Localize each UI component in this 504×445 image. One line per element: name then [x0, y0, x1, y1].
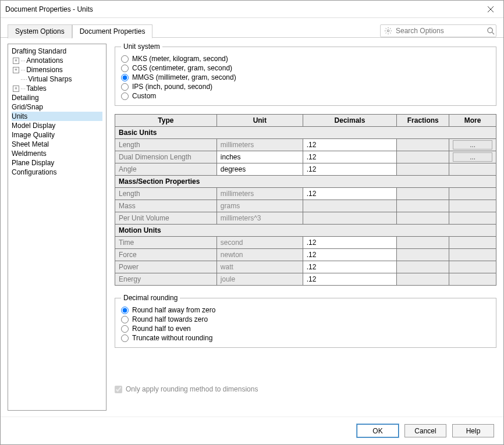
cancel-button[interactable]: Cancel — [404, 424, 446, 437]
radio-half-towards[interactable]: Round half towards zero — [121, 315, 490, 324]
table-header-row: Type Unit Decimals Fractions More — [115, 115, 496, 127]
cell-decimals[interactable]: .12 — [303, 163, 396, 176]
ok-button[interactable]: OK — [357, 424, 399, 437]
cell-decimals[interactable]: .12 — [303, 273, 396, 286]
tree-tables[interactable]: +···Tables — [12, 84, 102, 93]
close-icon — [488, 6, 494, 12]
cell-decimals[interactable]: .12 — [303, 188, 396, 200]
only-apply-input — [115, 386, 122, 393]
tree-units[interactable]: Units — [12, 112, 102, 121]
svg-line-8 — [390, 33, 391, 33]
tree-panel: Drafting Standard +···Annotations +···Di… — [8, 44, 107, 411]
section-basic-units: Basic Units — [115, 127, 496, 139]
radio-mmgs[interactable]: MMGS (millimeter, gram, second) — [121, 73, 490, 82]
tab-bar: System Options Document Properties — [8, 24, 152, 38]
th-type: Type — [115, 115, 217, 127]
radio-custom[interactable]: Custom — [121, 91, 490, 101]
search-icon — [487, 26, 495, 35]
cell-decimals[interactable]: .12 — [303, 237, 396, 249]
gear-icon — [384, 26, 392, 35]
close-button[interactable] — [477, 1, 503, 17]
svg-line-12 — [492, 32, 494, 34]
tree-label: Annotations — [26, 56, 63, 65]
search-input[interactable] — [396, 27, 483, 35]
svg-line-7 — [386, 29, 386, 29]
tree-label: Dimensions — [26, 66, 63, 74]
tree-detailing[interactable]: Detailing — [12, 93, 102, 102]
tree-grid-snap[interactable]: Grid/Snap — [12, 102, 102, 112]
svg-point-2 — [387, 30, 389, 32]
cell-unit[interactable]: degrees — [216, 163, 303, 176]
tree-virtual-sharps[interactable]: ····Virtual Sharps — [12, 74, 102, 84]
titlebar: Document Properties - Units — [1, 1, 503, 18]
th-unit: Unit — [216, 115, 303, 127]
radio-cgs[interactable]: CGS (centimeter, gram, second) — [121, 63, 490, 73]
cell-decimals[interactable]: .12 — [303, 249, 396, 261]
tree-label: Virtual Sharps — [28, 75, 72, 83]
svg-line-10 — [390, 29, 391, 29]
dialog-title: Document Properties - Units — [5, 5, 93, 13]
search-options[interactable] — [380, 24, 496, 37]
radio-half-even[interactable]: Round half to even — [121, 324, 490, 333]
row-length-mass: Length millimeters .12 — [115, 188, 496, 200]
th-fractions: Fractions — [397, 115, 449, 127]
cell-decimals[interactable]: .12 — [303, 151, 396, 163]
tab-system-options[interactable]: System Options — [8, 24, 72, 38]
only-apply-label: Only apply rounding method to dimensions — [126, 385, 258, 393]
th-more: More — [449, 115, 496, 127]
row-force: Force newton .12 — [115, 249, 496, 261]
dialog-body: Drafting Standard +···Annotations +···Di… — [1, 37, 503, 416]
dialog-footer: OK Cancel Help — [1, 416, 503, 444]
rounding-legend: Decimal rounding — [121, 294, 180, 302]
tree-model-display[interactable]: Model Display — [12, 121, 102, 130]
tree-configurations[interactable]: Configurations — [12, 168, 102, 177]
tree-annotations[interactable]: +···Annotations — [12, 56, 102, 65]
row-time: Time second .12 — [115, 237, 496, 249]
topbar: System Options Document Properties — [1, 18, 503, 38]
dialog-window: Document Properties - Units System Optio… — [0, 0, 504, 445]
tree-sheet-metal[interactable]: Sheet Metal — [12, 140, 102, 149]
th-decimals: Decimals — [303, 115, 396, 127]
tree-drafting-standard[interactable]: Drafting Standard — [12, 47, 102, 56]
radio-half-away[interactable]: Round half away from zero — [121, 305, 490, 315]
row-dual-dimension: Dual Dimension Length inches .12 ... — [115, 151, 496, 163]
tree-label: Tables — [26, 84, 47, 92]
tab-document-properties[interactable]: Document Properties — [72, 24, 153, 38]
more-button[interactable]: ... — [453, 152, 492, 162]
section-mass: Mass/Section Properties — [115, 176, 496, 188]
tree-dimensions[interactable]: +···Dimensions — [12, 65, 102, 74]
row-energy: Energy joule .12 — [115, 273, 496, 286]
decimal-rounding-group: Decimal rounding Round half away from ze… — [115, 294, 496, 348]
help-button[interactable]: Help — [452, 424, 494, 437]
tree-plane-display[interactable]: Plane Display — [12, 158, 102, 168]
expand-icon[interactable]: + — [13, 58, 19, 64]
row-power: Power watt .12 — [115, 261, 496, 273]
content-panel: Unit system MKS (meter, kilogram, second… — [107, 38, 496, 416]
row-per-volume: Per Unit Volume millimeters^3 — [115, 212, 496, 225]
more-button[interactable]: ... — [453, 140, 492, 149]
svg-line-9 — [386, 33, 386, 33]
only-apply-checkbox: Only apply rounding method to dimensions — [115, 385, 496, 393]
tree-weldments[interactable]: Weldments — [12, 149, 102, 158]
section-motion: Motion Units — [115, 225, 496, 237]
units-table: Type Unit Decimals Fractions More Basic … — [115, 114, 496, 286]
cell-unit[interactable]: inches — [216, 151, 303, 163]
unit-system-group: Unit system MKS (meter, kilogram, second… — [115, 42, 496, 106]
cell-decimals[interactable]: .12 — [303, 261, 396, 273]
svg-point-11 — [488, 27, 492, 32]
radio-ips[interactable]: IPS (inch, pound, second) — [121, 82, 490, 91]
cell-decimals[interactable]: .12 — [303, 139, 396, 151]
radio-truncate[interactable]: Truncate without rounding — [121, 333, 490, 343]
row-angle: Angle degrees .12 — [115, 163, 496, 176]
tree-image-quality[interactable]: Image Quality — [12, 130, 102, 140]
radio-mks[interactable]: MKS (meter, kilogram, second) — [121, 54, 490, 63]
unit-system-legend: Unit system — [121, 42, 162, 51]
row-length: Length millimeters .12 ... — [115, 139, 496, 151]
expand-icon[interactable]: + — [13, 67, 19, 73]
row-mass: Mass grams — [115, 200, 496, 212]
expand-icon[interactable]: + — [13, 86, 19, 92]
